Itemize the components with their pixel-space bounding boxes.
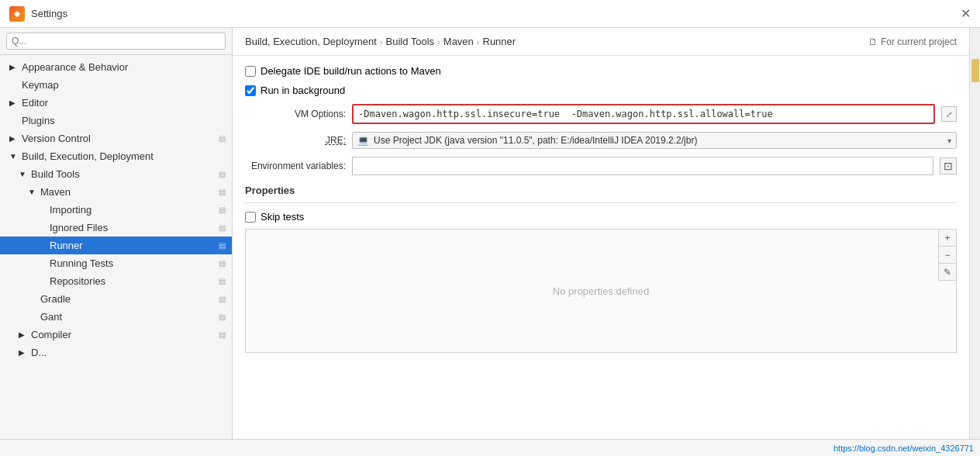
section-divider (245, 202, 957, 203)
sidebar-item-label: Keymap (22, 79, 226, 91)
tree-arrow: ▶ (19, 348, 28, 357)
background-checkbox[interactable] (245, 85, 256, 96)
skip-tests-checkbox[interactable] (245, 212, 256, 223)
breadcrumb-current: Runner (483, 36, 516, 47)
title-bar-left: ◆ Settings (9, 6, 67, 22)
main-container: ▶ Appearance & Behavior Keymap ▶ Editor … (0, 28, 980, 439)
breadcrumb-part-2: Build Tools (385, 36, 434, 47)
content-panel: Build, Execution, Deployment › Build Too… (233, 28, 969, 439)
page-icon: ▤ (219, 170, 226, 178)
breadcrumb-sep-3: › (477, 37, 480, 47)
breadcrumb: Build, Execution, Deployment › Build Too… (233, 28, 969, 56)
sidebar-item-label: Compiler (31, 329, 212, 340)
sidebar-item-label: Running Tests (50, 257, 212, 269)
sidebar-item-plugins[interactable]: Plugins (0, 112, 232, 130)
sidebar-search[interactable] (0, 28, 232, 55)
sidebar-item-compiler[interactable]: ▶ Compiler ▤ (0, 326, 232, 344)
sidebar-item-label: Appearance & Behavior (22, 61, 226, 73)
sidebar-item-label: Repositories (50, 275, 212, 287)
sidebar-tree: ▶ Appearance & Behavior Keymap ▶ Editor … (0, 55, 232, 439)
properties-toolbar: + − ✎ (938, 230, 956, 281)
status-bar: https://blog.csdn.net/weixin_4326771 (0, 439, 980, 456)
delegate-checkbox[interactable] (245, 66, 256, 77)
sidebar-item-build-tools[interactable]: ▼ Build Tools ▤ (0, 165, 232, 183)
vm-options-row: VM Options: ⤢ (245, 104, 957, 124)
delegate-label[interactable]: Delegate IDE build/run actions to Maven (261, 65, 441, 77)
sidebar-item-editor[interactable]: ▶ Editor (0, 94, 232, 112)
title-bar: ◆ Settings ✕ (0, 0, 980, 28)
right-scrollbar[interactable] (969, 28, 980, 439)
tree-arrow: ▶ (19, 330, 28, 339)
jdk-icon: 💻 (357, 135, 369, 146)
sidebar-item-d[interactable]: ▶ D... (0, 344, 232, 361)
env-vars-row: Environment variables: ⊡ (245, 157, 957, 175)
sidebar-item-label: Importing (50, 204, 212, 216)
sidebar-item-label: Version Control (22, 133, 212, 144)
sidebar-item-label: Build, Execution, Deployment (22, 150, 226, 162)
for-project[interactable]: 🗋 For current project (868, 36, 957, 47)
env-vars-input[interactable] (352, 157, 933, 175)
sidebar-item-maven[interactable]: ▼ Maven ▤ (0, 183, 232, 201)
close-button[interactable]: ✕ (961, 6, 971, 21)
remove-property-button[interactable]: − (939, 247, 956, 264)
sidebar-item-gradle[interactable]: Gradle ▤ (0, 290, 232, 308)
vm-options-input[interactable] (352, 104, 935, 124)
env-edit-button[interactable]: ⊡ (940, 157, 957, 174)
page-icon: ▤ (219, 206, 226, 214)
sidebar-item-label: Runner (50, 240, 212, 251)
page-icon: ▤ (219, 223, 226, 232)
sidebar-item-label: Maven (40, 186, 212, 198)
jre-value: Use Project JDK (java version "11.0.5", … (374, 135, 943, 146)
vm-expand-button[interactable]: ⤢ (941, 106, 957, 122)
tree-arrow: ▼ (28, 188, 37, 196)
jre-select[interactable]: 💻 Use Project JDK (java version "11.0.5"… (352, 132, 957, 149)
breadcrumb-sep-1: › (380, 37, 383, 47)
delegate-row: Delegate IDE build/run actions to Maven (245, 65, 957, 77)
page-icon: ▤ (219, 313, 226, 321)
page-icon: ▤ (219, 188, 226, 196)
tree-arrow: ▶ (9, 98, 19, 107)
page-icon: ▤ (219, 134, 226, 143)
form-content: Delegate IDE build/run actions to Maven … (233, 56, 969, 439)
search-input[interactable] (6, 33, 226, 50)
edit-property-button[interactable]: ✎ (939, 264, 956, 281)
sidebar-item-label: D... (31, 347, 226, 358)
page-icon: ▤ (219, 330, 226, 339)
sidebar-item-gant[interactable]: Gant ▤ (0, 308, 232, 326)
tree-arrow: ▼ (19, 170, 28, 178)
sidebar-item-running-tests[interactable]: Running Tests ▤ (0, 254, 232, 272)
scroll-thumb (971, 59, 979, 82)
sidebar-item-importing[interactable]: Importing ▤ (0, 201, 232, 219)
breadcrumb-part-3: Maven (443, 36, 474, 47)
sidebar-item-label: Build Tools (31, 168, 212, 180)
breadcrumb-path: Build, Execution, Deployment › Build Too… (245, 36, 516, 47)
sidebar-item-label: Gradle (40, 293, 212, 305)
env-vars-label: Environment variables: (245, 161, 346, 171)
background-row: Run in background (245, 85, 957, 96)
background-label[interactable]: Run in background (261, 85, 345, 96)
sidebar-item-label: Gant (40, 311, 212, 323)
project-icon: 🗋 (868, 36, 878, 47)
properties-section-title: Properties (245, 185, 957, 196)
sidebar-item-runner[interactable]: Runner ▤ (0, 237, 232, 254)
page-icon: ▤ (219, 277, 226, 285)
sidebar-item-repositories[interactable]: Repositories ▤ (0, 272, 232, 290)
sidebar-item-keymap[interactable]: Keymap (0, 76, 232, 94)
jre-label: JRE: (245, 135, 346, 146)
page-icon: ▤ (219, 241, 226, 250)
status-url[interactable]: https://blog.csdn.net/weixin_4326771 (833, 444, 974, 453)
sidebar-item-appearance[interactable]: ▶ Appearance & Behavior (0, 58, 232, 76)
sidebar-item-ignored-files[interactable]: Ignored Files ▤ (0, 219, 232, 237)
jre-row: JRE: 💻 Use Project JDK (java version "11… (245, 132, 957, 149)
tree-arrow: ▶ (9, 134, 19, 143)
sidebar-item-label: Editor (22, 97, 226, 109)
skip-tests-label[interactable]: Skip tests (261, 211, 304, 223)
add-property-button[interactable]: + (939, 230, 956, 247)
page-icon: ▤ (219, 295, 226, 303)
breadcrumb-sep-2: › (437, 37, 440, 47)
sidebar: ▶ Appearance & Behavior Keymap ▶ Editor … (0, 28, 233, 439)
sidebar-item-build-exec-deploy[interactable]: ▼ Build, Execution, Deployment (0, 147, 232, 165)
app-icon: ◆ (9, 6, 25, 22)
sidebar-item-version-control[interactable]: ▶ Version Control ▤ (0, 130, 232, 147)
page-icon: ▤ (219, 259, 226, 268)
